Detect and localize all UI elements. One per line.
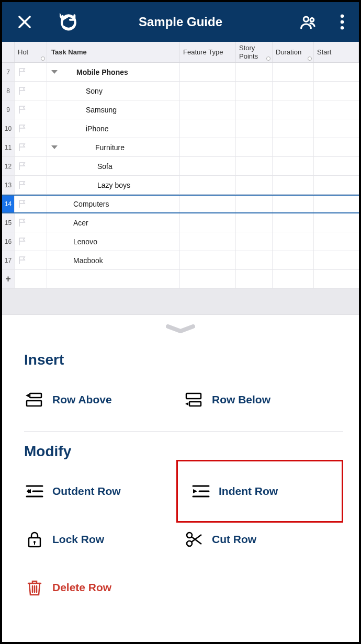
svg-rect-8: [27, 401, 41, 406]
svg-point-6: [341, 26, 344, 30]
task-name: Sofa: [51, 162, 112, 171]
col-blank: [2, 42, 15, 62]
table-row[interactable]: 8Sony: [2, 82, 359, 100]
sort-icon[interactable]: [308, 57, 312, 61]
lock-row-button[interactable]: Lock Row: [24, 515, 184, 563]
table-row[interactable]: 7Mobile Phones: [2, 63, 359, 82]
flag-icon[interactable]: [18, 67, 27, 77]
task-name: Furniture: [61, 143, 125, 152]
svg-marker-22: [193, 489, 197, 493]
table-row[interactable]: 13Lazy boys: [2, 176, 359, 195]
action-label: Indent Row: [219, 485, 278, 498]
cut-icon: [184, 529, 205, 550]
svg-rect-7: [30, 393, 41, 398]
add-row[interactable]: +: [2, 270, 359, 289]
outdent-icon: [24, 481, 45, 502]
row-below-icon: [184, 389, 205, 410]
sort-icon[interactable]: [41, 57, 45, 61]
row-number[interactable]: 16: [2, 232, 15, 251]
flag-icon[interactable]: [18, 256, 27, 265]
flag-icon[interactable]: [18, 124, 27, 133]
modify-actions: Outdent Row Indent Row Lock Row Cut Row …: [2, 467, 359, 619]
close-icon[interactable]: [17, 14, 32, 30]
col-header-label: Duration: [276, 48, 301, 56]
row-number[interactable]: 15: [2, 213, 15, 232]
row-number[interactable]: 10: [2, 119, 15, 138]
row-number[interactable]: 12: [2, 157, 15, 175]
task-name: Computers: [51, 200, 109, 208]
col-header-duration[interactable]: Duration: [273, 42, 314, 62]
indent-row-button[interactable]: Indent Row: [176, 460, 343, 523]
row-number[interactable]: 9: [2, 100, 15, 119]
col-header-label: Task Name: [51, 48, 87, 56]
col-header-label: Hot: [18, 48, 28, 56]
sheet-grabber[interactable]: [2, 315, 359, 340]
page-title: Sample Guide: [139, 15, 222, 29]
delete-row-button[interactable]: Delete Row: [24, 563, 184, 612]
col-header-start[interactable]: Start: [314, 42, 359, 62]
row-number[interactable]: 17: [2, 251, 15, 269]
svg-rect-11: [189, 402, 201, 406]
action-label: Delete Row: [52, 581, 111, 594]
action-sheet: Insert Row Above Row Below Modify Outden…: [2, 314, 359, 619]
section-title-insert: Insert: [2, 340, 359, 376]
table-row[interactable]: 11Furniture: [2, 138, 359, 157]
table-row[interactable]: 15Acer: [2, 213, 359, 232]
people-icon[interactable]: [300, 14, 317, 30]
col-header-label: Feature Type: [183, 48, 223, 56]
flag-icon[interactable]: [18, 237, 27, 246]
flag-icon[interactable]: [18, 105, 27, 115]
action-label: Row Above: [52, 393, 112, 406]
task-name: iPhone: [51, 125, 109, 133]
task-name: Samsung: [51, 106, 117, 114]
col-header-story[interactable]: Story Points: [236, 42, 273, 62]
row-number[interactable]: 11: [2, 138, 15, 156]
svg-point-4: [341, 15, 344, 18]
row-below-button[interactable]: Row Below: [184, 376, 343, 424]
flag-icon[interactable]: [18, 162, 27, 171]
table-row[interactable]: 16Lenovo: [2, 232, 359, 251]
row-number[interactable]: 7: [2, 63, 15, 81]
col-header-hot[interactable]: Hot: [15, 42, 47, 62]
action-label: Outdent Row: [52, 485, 121, 498]
refresh-icon[interactable]: [60, 13, 77, 31]
row-number[interactable]: 13: [2, 176, 15, 194]
table-row[interactable]: 14Computers: [2, 195, 359, 213]
col-header-feature[interactable]: Feature Type: [180, 42, 236, 62]
table-row[interactable]: 17Macbook: [2, 251, 359, 270]
svg-marker-12: [185, 402, 188, 405]
col-header-label: Start: [317, 48, 331, 56]
add-row-plus[interactable]: +: [2, 270, 15, 288]
row-number[interactable]: 14: [2, 196, 15, 212]
table-row[interactable]: 12Sofa: [2, 157, 359, 176]
indent-icon: [190, 481, 211, 502]
flag-icon[interactable]: [18, 180, 27, 190]
action-label: Lock Row: [52, 533, 104, 546]
chevron-down-icon[interactable]: [51, 70, 58, 74]
column-header-row: Hot Task Name Feature Type Story Points …: [2, 42, 359, 63]
outdent-row-button[interactable]: Outdent Row: [24, 467, 184, 515]
chevron-down-icon[interactable]: [51, 145, 58, 149]
svg-rect-10: [186, 393, 201, 399]
flag-icon[interactable]: [18, 199, 27, 209]
row-above-button[interactable]: Row Above: [24, 376, 184, 424]
cut-row-button[interactable]: Cut Row: [184, 515, 343, 563]
grid-body: 7Mobile Phones8Sony9Samsung10iPhone11Fur…: [2, 63, 359, 270]
table-row[interactable]: 9Samsung: [2, 100, 359, 119]
sort-icon[interactable]: [266, 57, 270, 61]
svg-point-26: [187, 533, 192, 538]
trash-icon: [24, 577, 45, 598]
col-header-task[interactable]: Task Name: [47, 42, 180, 62]
row-above-icon: [24, 389, 45, 410]
task-name: Mobile Phones: [61, 68, 128, 76]
svg-point-27: [187, 541, 192, 546]
flag-icon[interactable]: [18, 143, 27, 152]
svg-marker-9: [26, 394, 29, 397]
task-name: Acer: [51, 219, 88, 227]
table-row[interactable]: 10iPhone: [2, 119, 359, 138]
svg-point-5: [341, 20, 344, 24]
row-number[interactable]: 8: [2, 82, 15, 100]
flag-icon[interactable]: [18, 218, 27, 228]
overflow-menu-icon[interactable]: [340, 14, 344, 30]
flag-icon[interactable]: [18, 86, 27, 96]
